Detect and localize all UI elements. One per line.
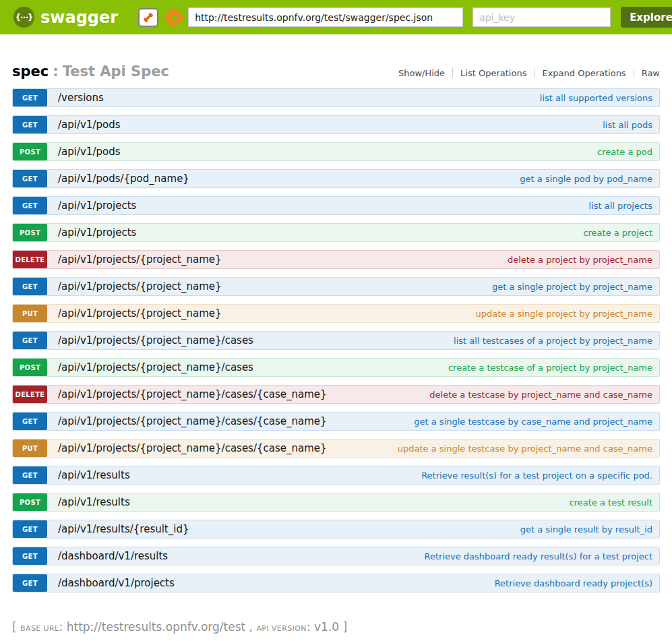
method-badge: POST [13, 224, 47, 241]
endpoint-row[interactable]: GET /api/v1/pods/{pod_name} get a single… [12, 169, 660, 188]
endpoint-row[interactable]: POST /api/v1/results create a test resul… [12, 493, 660, 512]
method-badge: GET [13, 547, 47, 565]
endpoint-row[interactable]: POST /api/v1/pods create a pod [12, 142, 660, 161]
endpoint-path-link[interactable]: /api/v1/projects/{project_name} [58, 251, 222, 268]
endpoint-summary-link[interactable]: delete a testcase by project_name and ca… [429, 386, 659, 403]
expand-operations-link[interactable]: Expand Operations [534, 68, 633, 78]
endpoint-path-link[interactable]: /versions [58, 89, 104, 106]
endpoint-path-link[interactable]: /api/v1/pods/{pod_name} [58, 170, 189, 187]
endpoint-row[interactable]: PUT /api/v1/projects/{project_name}/case… [12, 439, 660, 458]
title-row: spec : Test Api Spec Show/Hide List Oper… [12, 63, 660, 80]
endpoint-row[interactable]: GET /dashboard/v1/projects Retrieve dash… [12, 574, 660, 592]
endpoint-summary-link[interactable]: Retrieve dashboard ready result(s) for a… [425, 547, 659, 565]
main-content: spec : Test Api Spec Show/Hide List Oper… [0, 63, 672, 592]
spec-url-input[interactable] [188, 7, 463, 27]
footer-open-bracket: [ [12, 620, 20, 634]
endpoint-summary-link[interactable]: list all projects [589, 197, 659, 214]
endpoint-summary-link[interactable]: create a test result [570, 493, 659, 511]
method-badge: GET [13, 520, 47, 538]
method-badge: GET [13, 466, 47, 484]
title-separator: : [53, 63, 58, 80]
endpoint-path-link[interactable]: /api/v1/projects/{project_name}/cases [58, 359, 253, 376]
endpoint-row[interactable]: GET /dashboard/v1/results Retrieve dashb… [12, 547, 660, 566]
endpoint-summary-link[interactable]: update a single testcase by project_name… [398, 439, 659, 457]
endpoint-path-link[interactable]: /api/v1/projects/{project_name}/cases/{c… [58, 413, 327, 430]
endpoint-summary-link[interactable]: update a single project by project_name [476, 305, 659, 322]
method-badge: GET [13, 332, 47, 349]
endpoint-path-link[interactable]: /api/v1/results/{result_id} [58, 520, 189, 538]
page-subtitle: Test Api Spec [63, 63, 169, 80]
method-badge: PUT [13, 439, 47, 457]
api-key-input[interactable] [472, 7, 611, 27]
endpoint-summary-link[interactable]: delete a project by project_name [508, 251, 659, 268]
endpoint-row[interactable]: PUT /api/v1/projects/{project_name} upda… [12, 304, 660, 323]
endpoint-path-link[interactable]: /api/v1/projects/{project_name} [58, 278, 222, 295]
raw-link[interactable]: Raw [634, 68, 660, 78]
endpoint-row[interactable]: GET /api/v1/results Retrieve result(s) f… [12, 466, 660, 485]
endpoint-summary-link[interactable]: get a single testcase by case_name and p… [414, 413, 659, 430]
endpoint-row[interactable]: GET /api/v1/results/{result_id} get a si… [12, 520, 660, 539]
endpoint-summary-link[interactable]: create a project [583, 224, 659, 241]
endpoint-summary-link[interactable]: list all supported versions [540, 89, 659, 106]
endpoint-summary-link[interactable]: create a pod [597, 143, 659, 160]
method-badge: GET [13, 116, 47, 133]
method-badge: POST [13, 143, 47, 160]
endpoint-summary-link[interactable]: Retrieve result(s) for a test project on… [421, 466, 659, 484]
brand-name: swagger [40, 8, 118, 27]
endpoint-path-link[interactable]: /api/v1/projects/{project_name}/cases/{c… [58, 386, 327, 403]
method-badge: DELETE [13, 251, 47, 268]
endpoint-summary-link[interactable]: get a single pod by pod_name [520, 170, 659, 187]
endpoint-summary-link[interactable]: list all testcases of a project by proje… [454, 332, 659, 349]
endpoint-summary-link[interactable]: list all pods [603, 116, 659, 133]
endpoint-row[interactable]: GET /api/v1/projects/{project_name}/case… [12, 331, 660, 350]
endpoint-path-link[interactable]: /api/v1/projects/{project_name} [58, 305, 222, 322]
endpoint-row[interactable]: POST /api/v1/projects create a project [12, 223, 660, 242]
endpoint-path-link[interactable]: /api/v1/projects/{project_name}/cases [58, 332, 253, 349]
endpoint-path-link[interactable]: /api/v1/projects/{project_name}/cases/{c… [58, 439, 327, 457]
footer-close-bracket: ] [339, 620, 347, 634]
method-badge: POST [13, 359, 47, 376]
endpoint-row[interactable]: POST /api/v1/projects/{project_name}/cas… [12, 358, 660, 377]
endpoint-row[interactable]: GET /api/v1/projects/{project_name} get … [12, 277, 660, 296]
method-badge: GET [13, 413, 47, 430]
method-badge: GET [13, 574, 47, 592]
endpoint-row[interactable]: DELETE /api/v1/projects/{project_name} d… [12, 250, 660, 269]
endpoint-summary-link[interactable]: get a single result by result_id [520, 520, 659, 538]
base-url-footer: [ BASE URL : http://testresults.opnfv.or… [12, 620, 660, 634]
explore-button[interactable]: Explore [621, 7, 672, 28]
method-badge: GET [13, 197, 47, 214]
endpoint-path-link[interactable]: /api/v1/projects [58, 197, 136, 214]
header-tools: Explore [138, 7, 672, 28]
endpoint-path-link[interactable]: /api/v1/results [58, 493, 130, 511]
endpoint-summary-link[interactable]: Retrieve dashboard ready project(s) [495, 574, 659, 592]
show-hide-link[interactable]: Show/Hide [391, 68, 452, 78]
gear-heart-icon[interactable] [164, 7, 184, 28]
endpoint-row[interactable]: GET /api/v1/pods list all pods [12, 115, 660, 134]
method-badge: POST [13, 493, 47, 511]
method-badge: DELETE [13, 386, 47, 403]
base-url-label: BASE URL [20, 624, 59, 633]
bone-icon [142, 11, 155, 24]
endpoint-path-link[interactable]: /api/v1/pods [58, 116, 121, 133]
endpoint-summary-link[interactable]: get a single project by project_name [492, 278, 659, 295]
endpoint-path-link[interactable]: /dashboard/v1/projects [58, 574, 175, 592]
endpoint-row[interactable]: GET /api/v1/projects list all projects [12, 196, 660, 215]
endpoint-row[interactable]: GET /api/v1/projects/{project_name}/case… [12, 412, 660, 431]
endpoint-summary-link[interactable]: create a testcase of a project by projec… [448, 359, 659, 376]
footer-colon: : [307, 620, 314, 634]
endpoint-row[interactable]: GET /versions list all supported version… [12, 88, 660, 107]
list-operations-link[interactable]: List Operations [453, 68, 534, 78]
endpoint-path-link[interactable]: /api/v1/results [58, 466, 130, 484]
swagger-logo[interactable]: {⋯} swagger [13, 7, 118, 28]
endpoint-list: GET /versions list all supported version… [12, 88, 660, 592]
page-title: spec [12, 63, 49, 80]
endpoint-path-link[interactable]: /api/v1/pods [58, 143, 121, 160]
endpoint-row[interactable]: DELETE /api/v1/projects/{project_name}/c… [12, 385, 660, 404]
footer-colon: : [59, 620, 67, 634]
endpoint-path-link[interactable]: /dashboard/v1/results [58, 547, 168, 565]
bone-icon-button[interactable] [138, 8, 158, 27]
api-version-label: API VERSION [256, 624, 307, 633]
endpoint-path-link[interactable]: /api/v1/projects [58, 224, 136, 241]
method-badge: GET [13, 278, 47, 295]
app-header: {⋯} swagger [0, 0, 672, 34]
